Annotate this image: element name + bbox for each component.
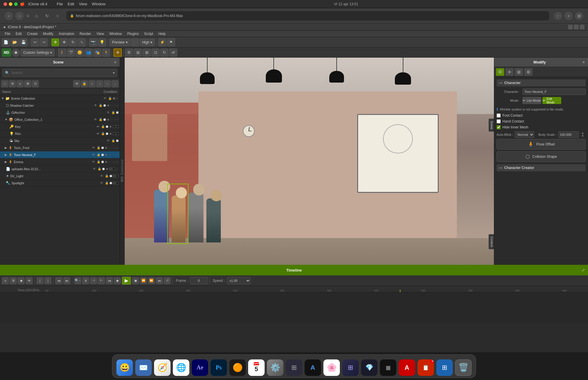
minimize-dot[interactable] bbox=[9, 2, 12, 6]
view-btn3[interactable]: ⊠ bbox=[143, 48, 151, 57]
star-button[interactable]: ☆ bbox=[54, 12, 62, 20]
more2-icon[interactable]: › bbox=[118, 153, 118, 156]
expand-icon[interactable]: ▶ bbox=[5, 146, 7, 149]
tl-out-btn[interactable]: ] bbox=[44, 277, 51, 284]
expand-icon[interactable]: ▶ bbox=[5, 160, 7, 163]
dock-launchpad[interactable]: ⊞ bbox=[342, 359, 359, 376]
expand-icon[interactable]: ▶ bbox=[5, 153, 7, 156]
puppet-btn[interactable]: 🎭 bbox=[93, 48, 101, 57]
character-input[interactable] bbox=[522, 88, 586, 95]
win-minimize[interactable] bbox=[568, 25, 573, 29]
scene-item-key[interactable]: 🔑 Key ⇄ 🔒 bbox=[0, 123, 120, 130]
browser-nav-controls[interactable]: ‹ › ○ ⌂ ↻ ☆ bbox=[5, 12, 62, 20]
scene-item-dir-light[interactable]: ☀ Dir_Light 👁 🔒 bbox=[0, 173, 120, 180]
scale-btn[interactable]: ⤡ bbox=[78, 38, 86, 46]
tl-in-btn[interactable]: [ bbox=[36, 277, 44, 284]
spinner-down-icon[interactable]: ▼ bbox=[581, 135, 584, 138]
lite-mode-btn[interactable]: ✏ Lite Mode bbox=[522, 97, 541, 104]
vis-icon[interactable]: 👁 bbox=[91, 146, 96, 149]
scene-item-collection[interactable]: ▼ 📁 Scene Collection 👁 🔒 ✓ bbox=[0, 95, 120, 102]
dock-app-store[interactable]: A bbox=[305, 359, 321, 376]
redo-btn[interactable]: ↪ bbox=[40, 38, 48, 46]
lock-icon[interactable]: 🔒 bbox=[108, 97, 112, 100]
lock-icon[interactable]: 🔒 bbox=[105, 174, 109, 178]
vis-icon[interactable]: 👁 bbox=[106, 139, 110, 142]
menu-window[interactable]: Window bbox=[107, 31, 124, 36]
lock-icon[interactable]: 🔒 bbox=[101, 125, 105, 128]
dock-trash[interactable]: 🗑️ bbox=[455, 359, 472, 376]
select-btn[interactable]: ✛ bbox=[51, 38, 59, 46]
new-tab-button[interactable]: + bbox=[564, 12, 573, 20]
record-btn[interactable]: ⏺ bbox=[12, 48, 20, 57]
camera-btn[interactable]: 📷 bbox=[89, 38, 97, 46]
tl-tool1[interactable]: ≡ bbox=[2, 277, 9, 284]
menu-render[interactable]: Render bbox=[77, 31, 93, 36]
scene-item-spotlight[interactable]: 🔦 Spotlight 👁 🔒 bbox=[0, 180, 120, 187]
win-maximize[interactable] bbox=[574, 25, 579, 29]
scene-tool-down[interactable]: ↓ bbox=[111, 80, 118, 87]
dock-photos[interactable]: 🌸 bbox=[323, 359, 340, 376]
creator-collapse-icon[interactable]: — bbox=[499, 166, 502, 170]
scene-close-icon[interactable]: ✕ bbox=[114, 60, 117, 64]
scene-tool-add[interactable]: + bbox=[88, 80, 96, 87]
settings-dropdown[interactable]: Custom Settings ▾ bbox=[21, 49, 55, 56]
scene-tool-del[interactable]: − bbox=[96, 80, 103, 87]
tl-stop-btn[interactable]: ⏹ bbox=[132, 277, 139, 284]
face-btn[interactable]: 😊 bbox=[76, 48, 84, 57]
speed-select[interactable]: x1.00 bbox=[227, 277, 250, 284]
scene-tool1[interactable]: □ bbox=[1, 80, 8, 87]
rotate-btn[interactable]: ↻ bbox=[69, 38, 77, 46]
dock-blender[interactable]: 🟠 bbox=[229, 359, 246, 376]
hide-inner-mesh-checkbox[interactable] bbox=[497, 125, 501, 129]
search-chevron-icon[interactable]: ▾ bbox=[113, 71, 115, 75]
scene-item-emma[interactable]: ▶ 🧍 Emma 👁 🔒 — — › › bbox=[0, 158, 120, 165]
vis-icon[interactable]: 👁 bbox=[93, 118, 98, 121]
transform-btn[interactable]: ✤ bbox=[113, 48, 122, 57]
menu-plugins[interactable]: Plugins bbox=[125, 31, 141, 36]
modify-tab-morph[interactable]: ⊞ bbox=[515, 68, 523, 76]
lock-icon[interactable]: 🔒 bbox=[96, 153, 101, 156]
undo-btn[interactable]: ↩ bbox=[31, 38, 39, 46]
menu-file[interactable]: File bbox=[57, 2, 63, 6]
scene-item-rim[interactable]: 💡 Rim ⇄ 🔒 bbox=[0, 130, 120, 137]
scene-item-toon-neutral[interactable]: ▶ 🧍 Toon Neutral_F 👁 🔒 — — › › bbox=[0, 151, 120, 158]
menu-view[interactable]: View bbox=[94, 31, 106, 36]
dock-acrobat[interactable]: A bbox=[399, 359, 415, 376]
body-scale-spinner[interactable]: ▲ ▼ bbox=[581, 132, 584, 138]
menu-create[interactable]: Create bbox=[25, 31, 40, 36]
view-btn2[interactable]: ⊞ bbox=[134, 48, 142, 57]
tl-record-btn[interactable]: ⏺ bbox=[114, 277, 121, 284]
share-button[interactable]: ↑ bbox=[554, 12, 562, 20]
modify-tab-settings[interactable]: ⚙ bbox=[524, 68, 532, 76]
close-dot[interactable] bbox=[4, 2, 7, 6]
vis-icon[interactable]: ⇄ bbox=[96, 125, 100, 128]
quality-dropdown[interactable]: High ▾ bbox=[140, 38, 155, 46]
flag-btn[interactable]: ⚑ bbox=[167, 38, 175, 46]
hand-contact-checkbox[interactable] bbox=[497, 119, 501, 123]
more-icon[interactable]: › bbox=[118, 118, 118, 121]
scene-item-sky[interactable]: 🌤 Sky 👁 🔒 bbox=[0, 137, 120, 144]
lock-icon[interactable]: 🔒 bbox=[98, 118, 103, 121]
tl-start-btn[interactable]: ⏮ bbox=[106, 277, 113, 284]
vis-icon[interactable]: 👁 bbox=[103, 97, 107, 100]
menu-animation[interactable]: Animation bbox=[56, 31, 76, 36]
more-icon[interactable]: › bbox=[118, 104, 118, 107]
view-btn6[interactable]: ⇄ bbox=[169, 48, 177, 57]
back-button[interactable]: ‹ bbox=[5, 12, 13, 20]
tl-tool2[interactable]: ⊞ bbox=[10, 277, 17, 284]
tl-prev-key[interactable]: ⏮ bbox=[55, 277, 62, 284]
edit-mode-btn[interactable]: ✏ Edit Mode bbox=[542, 97, 561, 104]
body-scale-input[interactable] bbox=[558, 131, 579, 138]
physics-btn[interactable]: ⚡ bbox=[158, 38, 166, 46]
collection-expand-icon[interactable]: ▼ bbox=[1, 97, 4, 100]
preview-dropdown[interactable]: Preview ▾ bbox=[109, 38, 130, 46]
scene-tool-lock[interactable]: 🔒 bbox=[81, 80, 88, 87]
tl-zoom-out[interactable]: 🔍− bbox=[74, 277, 81, 284]
viewport[interactable]: Scene Content Activate Windows Go to Set… bbox=[125, 58, 494, 283]
tl-step-fwd[interactable]: ⏩ bbox=[148, 277, 155, 284]
stance-btn[interactable]: 🏃 bbox=[102, 48, 110, 57]
dock-mail[interactable]: ✉️ bbox=[135, 359, 152, 376]
tl-end-btn[interactable]: ⏭ bbox=[156, 277, 163, 284]
save-btn[interactable]: 💾 bbox=[19, 38, 28, 46]
section-collapse-icon[interactable]: — bbox=[499, 81, 502, 85]
